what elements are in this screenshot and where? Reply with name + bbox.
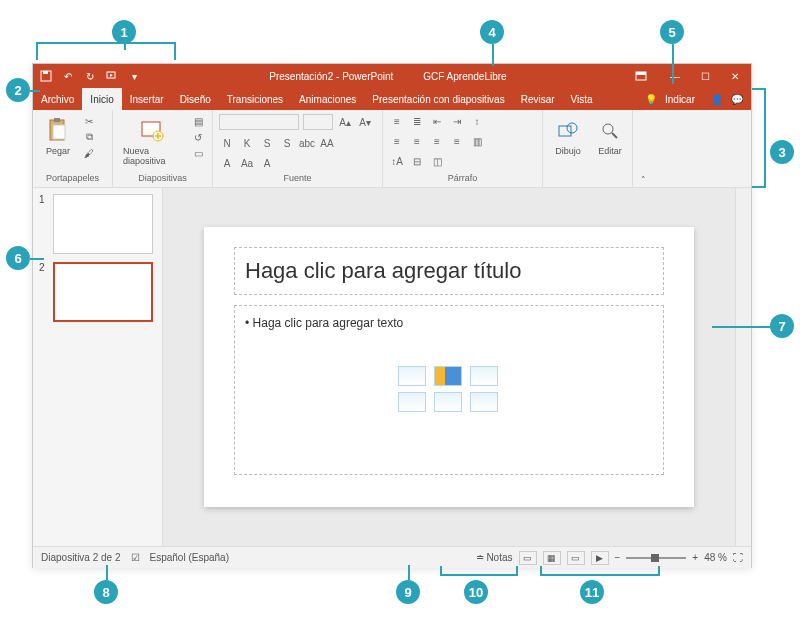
smartart-icon[interactable]: ◫ [429, 154, 445, 168]
normal-view-button[interactable]: ▭ [519, 551, 537, 565]
content-placeholder[interactable]: Haga clic para agregar texto [234, 305, 664, 475]
bullets-icon[interactable]: ≡ [389, 114, 405, 128]
insert-picture-icon[interactable] [398, 392, 426, 412]
find-icon [595, 116, 625, 146]
copy-icon[interactable]: ⧉ [81, 130, 97, 144]
highlight-icon[interactable]: A [259, 156, 275, 170]
insert-table-icon[interactable] [398, 366, 426, 386]
justify-icon[interactable]: ≡ [449, 134, 465, 148]
change-case-icon[interactable]: Aa [239, 156, 255, 170]
tab-diseno[interactable]: Diseño [172, 88, 219, 110]
undo-icon[interactable]: ↶ [61, 69, 75, 83]
callout-6-lead [30, 258, 44, 260]
paste-button[interactable]: Pegar [39, 114, 77, 158]
minimize-button[interactable]: — [665, 71, 685, 82]
font-family-dropdown[interactable] [219, 114, 299, 130]
insert-video-icon[interactable] [470, 392, 498, 412]
callout-3: 3 [770, 140, 794, 164]
line-spacing-icon[interactable]: ↕ [469, 114, 485, 128]
font-size-dropdown[interactable] [303, 114, 333, 130]
insert-online-picture-icon[interactable] [434, 392, 462, 412]
slide-thumbnail-1[interactable] [53, 194, 153, 254]
thumb-number: 1 [39, 194, 49, 254]
notes-button[interactable]: ≐ Notas [476, 552, 513, 563]
zoom-slider[interactable] [626, 557, 686, 559]
edit-label: Editar [598, 146, 622, 156]
callout-9: 9 [396, 580, 420, 604]
title-placeholder[interactable]: Haga clic para agregar título [234, 247, 664, 295]
callout-9-lead [408, 565, 410, 580]
align-left-icon[interactable]: ≡ [389, 134, 405, 148]
slideshow-view-button[interactable]: ▶ [591, 551, 609, 565]
zoom-out-button[interactable]: − [615, 552, 621, 563]
insert-smartart-icon[interactable] [470, 366, 498, 386]
layout-icon[interactable]: ▤ [190, 114, 206, 128]
title-center: Presentación2 - PowerPoint GCF AprendeLi… [141, 71, 635, 82]
maximize-button[interactable]: ☐ [695, 71, 715, 82]
char-spacing-icon[interactable]: AA [319, 136, 335, 150]
bold-icon[interactable]: N [219, 136, 235, 150]
slide-thumbnail-2[interactable] [53, 262, 153, 322]
tab-inicio[interactable]: Inicio [82, 88, 121, 110]
language-label[interactable]: Español (España) [150, 552, 230, 563]
content-insert-icons [398, 366, 500, 412]
tab-archivo[interactable]: Archivo [33, 88, 82, 110]
italic-icon[interactable]: K [239, 136, 255, 150]
vertical-scrollbar[interactable] [735, 188, 751, 546]
start-from-beginning-icon[interactable] [105, 69, 119, 83]
close-button[interactable]: ✕ [725, 71, 745, 82]
title-bar: ↶ ↻ ▾ Presentación2 - PowerPoint GCF Apr… [33, 64, 751, 88]
section-icon[interactable]: ▭ [190, 146, 206, 160]
underline-icon[interactable]: S [259, 136, 275, 150]
tab-transiciones[interactable]: Transiciones [219, 88, 291, 110]
reset-icon[interactable]: ↺ [190, 130, 206, 144]
thumb-row-2: 2 [39, 262, 156, 322]
tab-animaciones[interactable]: Animaciones [291, 88, 364, 110]
comments-icon[interactable]: 💬 [731, 94, 743, 105]
increase-indent-icon[interactable]: ⇥ [449, 114, 465, 128]
tab-revisar[interactable]: Revisar [513, 88, 563, 110]
decrease-font-icon[interactable]: A▾ [357, 115, 373, 129]
numbering-icon[interactable]: ≣ [409, 114, 425, 128]
slide-sorter-view-button[interactable]: ▦ [543, 551, 561, 565]
spell-check-icon[interactable]: ☑ [131, 552, 140, 563]
callout-11: 11 [580, 580, 604, 604]
callout-7-lead [712, 326, 770, 328]
format-painter-icon[interactable]: 🖌 [81, 146, 97, 160]
zoom-percentage[interactable]: 48 % [704, 552, 727, 563]
font-group-label: Fuente [219, 173, 376, 183]
insert-chart-icon[interactable] [434, 366, 462, 386]
drawing-button[interactable]: Dibujo [549, 114, 587, 158]
zoom-slider-thumb[interactable] [651, 554, 659, 562]
align-text-icon[interactable]: ⊟ [409, 154, 425, 168]
tab-vista[interactable]: Vista [563, 88, 601, 110]
tab-insertar[interactable]: Insertar [122, 88, 172, 110]
align-center-icon[interactable]: ≡ [409, 134, 425, 148]
new-slide-button[interactable]: Nueva diapositiva [119, 114, 186, 168]
columns-icon[interactable]: ▥ [469, 134, 485, 148]
shadow-icon[interactable]: S [279, 136, 295, 150]
align-right-icon[interactable]: ≡ [429, 134, 445, 148]
fit-to-window-button[interactable]: ⛶ [733, 552, 743, 563]
strike-icon[interactable]: abc [299, 136, 315, 150]
redo-icon[interactable]: ↻ [83, 69, 97, 83]
edit-button[interactable]: Editar [591, 114, 629, 158]
current-slide[interactable]: Haga clic para agregar título Haga clic … [204, 227, 694, 507]
tell-me-input[interactable]: Indicar [665, 94, 695, 105]
font-color-icon[interactable]: A [219, 156, 235, 170]
zoom-in-button[interactable]: + [692, 552, 698, 563]
decrease-indent-icon[interactable]: ⇤ [429, 114, 445, 128]
qat-dropdown-icon[interactable]: ▾ [127, 69, 141, 83]
tab-presentacion[interactable]: Presentación con diapositivas [364, 88, 512, 110]
powerpoint-window: ↶ ↻ ▾ Presentación2 - PowerPoint GCF Apr… [32, 63, 752, 568]
ribbon-collapse-button[interactable]: ˄ [633, 110, 653, 187]
reading-view-button[interactable]: ▭ [567, 551, 585, 565]
share-icon[interactable]: 👤 [711, 94, 723, 105]
ribbon-display-icon[interactable] [635, 71, 655, 82]
cut-icon[interactable]: ✂ [81, 114, 97, 128]
save-icon[interactable] [39, 69, 53, 83]
increase-font-icon[interactable]: A▴ [337, 115, 353, 129]
slides-group-label: Diapositivas [119, 173, 206, 183]
svg-rect-8 [53, 125, 65, 139]
text-direction-icon[interactable]: ↕A [389, 154, 405, 168]
